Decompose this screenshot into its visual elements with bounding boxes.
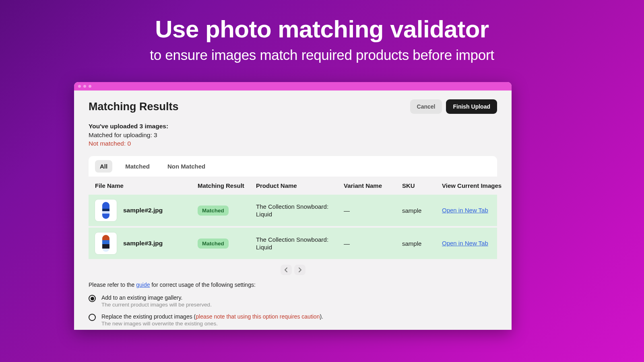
sku-value: sample [402, 240, 442, 247]
sku-value: sample [402, 207, 442, 214]
option-add[interactable]: Add to an existing image gallery. The cu… [89, 294, 497, 308]
filter-tabs: All Matched Non Matched [89, 156, 497, 177]
col-product-name: Product Name [256, 182, 344, 189]
variant-name: — [344, 207, 402, 214]
window-titlebar [74, 82, 512, 90]
summary-uploaded: You've uploaded 3 images: [89, 122, 497, 131]
page-title: Matching Results [89, 101, 179, 113]
open-in-new-tab-link[interactable]: Open in New Tab [442, 240, 488, 247]
option-replace-caution: please note that using this option requi… [196, 313, 320, 320]
tab-all[interactable]: All [95, 160, 112, 173]
option-replace-desc: The new images will overwrite the existi… [101, 321, 323, 327]
note-suffix: for correct usage of the following setti… [150, 282, 256, 288]
product-name: The Collection Snowboard: Liquid [256, 236, 344, 251]
summary-matched: Matched for uploading: 3 [89, 131, 497, 140]
status-badge: Matched [198, 239, 229, 249]
option-replace[interactable]: Replace the existing product images (ple… [89, 313, 497, 327]
guide-note: Please refer to the guide for correct us… [89, 282, 497, 288]
pagination [89, 261, 497, 281]
col-variant-name: Variant Name [344, 182, 402, 189]
col-file-name: File Name [95, 182, 198, 189]
app-window: Matching Results Cancel Finish Upload Yo… [74, 82, 512, 330]
col-matching-result: Matching Result [198, 182, 256, 189]
option-replace-post: ). [320, 313, 323, 320]
table-row: sample#3.jpg Matched The Collection Snow… [89, 228, 497, 261]
col-view: View Current Images [442, 182, 512, 189]
tab-matched[interactable]: Matched [120, 160, 155, 173]
finish-upload-button[interactable]: Finish Upload [446, 99, 497, 114]
table-header: File Name Matching Result Product Name V… [89, 177, 497, 195]
tab-non-matched[interactable]: Non Matched [163, 160, 210, 173]
col-sku: SKU [402, 182, 442, 189]
cancel-button[interactable]: Cancel [410, 99, 442, 114]
next-page-button[interactable] [294, 265, 305, 275]
snowboard-icon [102, 202, 109, 219]
summary-not-matched: Not matched: 0 [89, 139, 497, 148]
file-thumbnail [95, 200, 117, 221]
product-name: The Collection Snowboard: Liquid [256, 203, 344, 218]
upload-options: Add to an existing image gallery. The cu… [89, 294, 497, 327]
open-in-new-tab-link[interactable]: Open in New Tab [442, 207, 488, 214]
prev-page-button[interactable] [281, 265, 292, 275]
variant-name: — [344, 240, 402, 247]
window-dot-icon [83, 85, 86, 88]
note-prefix: Please refer to the [89, 282, 136, 288]
upload-summary: You've uploaded 3 images: Matched for up… [89, 122, 497, 148]
radio-replace[interactable] [89, 314, 96, 321]
radio-add[interactable] [89, 295, 96, 302]
chevron-right-icon [298, 267, 301, 272]
file-name: sample#3.jpg [123, 240, 163, 247]
table-row: sample#2.jpg Matched The Collection Snow… [89, 195, 497, 228]
guide-link[interactable]: guide [136, 282, 150, 288]
snowboard-icon [102, 235, 109, 252]
window-dot-icon [78, 85, 81, 88]
status-badge: Matched [198, 206, 229, 216]
window-dot-icon [89, 85, 91, 88]
chevron-left-icon [285, 267, 288, 272]
hero-title: Use photo matching validator [0, 0, 644, 43]
file-name: sample#2.jpg [123, 207, 163, 214]
file-thumbnail [95, 232, 117, 254]
option-replace-pre: Replace the existing product images ( [101, 313, 196, 320]
option-replace-label: Replace the existing product images (ple… [101, 313, 323, 320]
results-table: File Name Matching Result Product Name V… [89, 177, 497, 261]
option-add-desc: The current product images will be prese… [101, 302, 212, 308]
option-add-label: Add to an existing image gallery. [101, 294, 212, 301]
hero-subtitle: to ensure images match required products… [0, 43, 644, 63]
